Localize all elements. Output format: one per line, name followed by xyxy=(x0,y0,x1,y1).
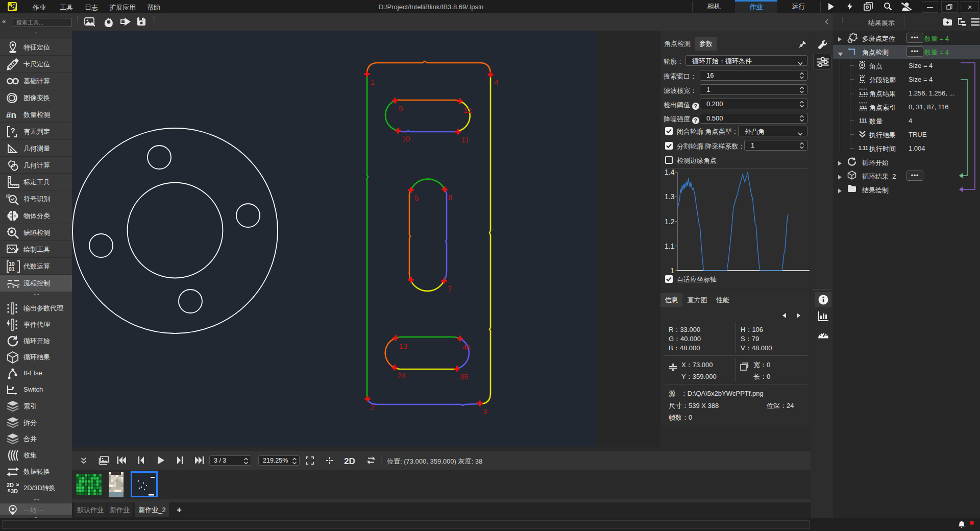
svg-text:1.11: 1.11 xyxy=(859,90,868,96)
svg-text:12: 12 xyxy=(463,106,472,114)
svg-text:2D: 2D xyxy=(7,482,14,488)
svg-text:01: 01 xyxy=(9,266,15,272)
svg-text:5: 5 xyxy=(414,194,419,202)
svg-text:4: 4 xyxy=(494,79,498,87)
svg-text:1.3: 1.3 xyxy=(665,192,675,201)
svg-text:111: 111 xyxy=(860,104,868,110)
svg-text:1: 1 xyxy=(371,78,375,86)
svg-text:111: 111 xyxy=(859,118,867,124)
svg-text:9: 9 xyxy=(399,105,403,113)
svg-text:?: ? xyxy=(11,127,15,135)
svg-text:11: 11 xyxy=(461,136,469,144)
svg-text:24: 24 xyxy=(398,372,406,380)
svg-text:35: 35 xyxy=(460,373,468,381)
svg-text:1.2: 1.2 xyxy=(665,218,675,226)
svg-text:1.4: 1.4 xyxy=(665,170,675,176)
svg-text:3: 3 xyxy=(483,407,487,416)
svg-text:7: 7 xyxy=(448,285,452,293)
svg-text:8: 8 xyxy=(448,194,452,202)
svg-text:13: 13 xyxy=(399,342,407,350)
svg-text:1.1: 1.1 xyxy=(665,242,675,250)
svg-text:1: 1 xyxy=(670,267,674,275)
svg-text:2: 2 xyxy=(371,403,375,411)
svg-text:3D: 3D xyxy=(11,488,18,494)
svg-text:1.11: 1.11 xyxy=(859,146,868,151)
svg-text:46: 46 xyxy=(462,344,471,352)
svg-text:#n: #n xyxy=(6,110,16,120)
svg-text:10: 10 xyxy=(402,135,410,143)
